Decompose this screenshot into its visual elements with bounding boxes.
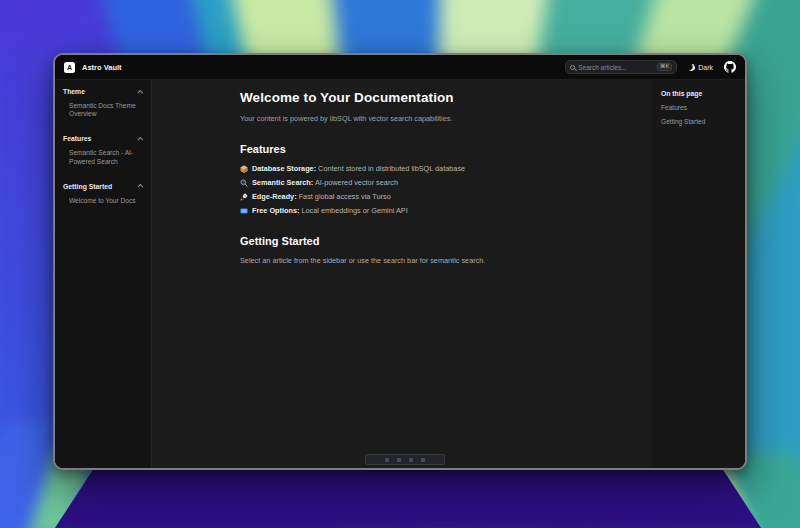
sidebar-section-label: Theme [63, 88, 85, 95]
moon-icon [687, 63, 696, 72]
features-list: Database Storage: Content stored in dist… [240, 164, 652, 215]
toc-title: On this page [661, 90, 741, 97]
sidebar-section-features: Features Semantic Search - AI-Powered Se… [63, 135, 143, 165]
package-icon [240, 165, 248, 173]
feature-item: Edge-Ready: Fast global access via Turso [240, 192, 652, 201]
bottom-overlay-toolbar[interactable] [365, 454, 445, 465]
on-this-page-panel: On this page Features Getting Started [652, 80, 747, 468]
sidebar-section-toggle-theme[interactable]: Theme [63, 88, 143, 95]
app-logo[interactable]: A [64, 62, 75, 73]
chevron-up-icon [137, 89, 143, 95]
feature-item: Semantic Search: AI-powered vector searc… [240, 178, 652, 187]
chevron-up-icon [137, 184, 143, 190]
article: Welcome to Your Documentation Your conte… [240, 90, 652, 265]
main-content: Welcome to Your Documentation Your conte… [152, 80, 652, 468]
getting-started-heading: Getting Started [240, 235, 652, 247]
toolbar-glyph-icon [385, 458, 389, 462]
theme-toggle-button[interactable]: Dark [684, 62, 717, 73]
search-icon [570, 65, 575, 70]
app-logo-letter: A [67, 64, 72, 71]
sidebar-section-label: Features [63, 135, 91, 142]
page-intro: Your content is powered by libSQL with v… [240, 114, 652, 123]
toc-link-getting-started[interactable]: Getting Started [661, 118, 741, 125]
sidebar-section-theme: Theme Semantic Docs Theme Overview [63, 88, 143, 118]
rocket-icon [240, 193, 248, 201]
app-title: Astro Vault [82, 63, 122, 72]
sidebar-item-welcome-to-your-docs[interactable]: Welcome to Your Docs [69, 197, 143, 205]
sidebar-section-toggle-features[interactable]: Features [63, 135, 143, 142]
sidebar-section-label: Getting Started [63, 183, 112, 190]
search-shortcut-badge: ⌘K [657, 63, 672, 72]
feature-text: Free Options: Local embeddings or Gemini… [252, 206, 408, 215]
toc-link-features[interactable]: Features [661, 104, 741, 111]
sidebar: Theme Semantic Docs Theme Overview Featu… [55, 80, 152, 468]
magnifier-icon [240, 179, 248, 187]
theme-toggle-label: Dark [698, 64, 713, 71]
app-header: A Astro Vault ⌘K Dark [55, 55, 745, 80]
free-badge-icon [240, 207, 248, 215]
chevron-up-icon [137, 137, 143, 143]
window-body: Theme Semantic Docs Theme Overview Featu… [55, 80, 745, 468]
feature-text: Edge-Ready: Fast global access via Turso [252, 192, 391, 201]
sidebar-section-getting-started: Getting Started Welcome to Your Docs [63, 183, 143, 205]
toolbar-glyph-icon [409, 458, 413, 462]
feature-text: Semantic Search: AI-powered vector searc… [252, 178, 398, 187]
features-heading: Features [240, 143, 652, 155]
page-title: Welcome to Your Documentation [240, 90, 652, 105]
feature-item: Database Storage: Content stored in dist… [240, 164, 652, 173]
github-icon [724, 61, 736, 73]
github-link[interactable] [724, 61, 736, 73]
sidebar-item-semantic-docs-theme-overview[interactable]: Semantic Docs Theme Overview [69, 102, 143, 118]
search-input[interactable] [578, 64, 654, 71]
feature-item: Free Options: Local embeddings or Gemini… [240, 206, 652, 215]
toolbar-glyph-icon [421, 458, 425, 462]
toolbar-glyph-icon [397, 458, 401, 462]
search-box[interactable]: ⌘K [565, 60, 677, 74]
getting-started-text: Select an article from the sidebar or us… [240, 256, 652, 265]
sidebar-item-semantic-search[interactable]: Semantic Search - AI-Powered Search [69, 149, 143, 165]
sidebar-section-toggle-getting-started[interactable]: Getting Started [63, 183, 143, 190]
app-window: A Astro Vault ⌘K Dark Theme Se [53, 53, 747, 470]
feature-text: Database Storage: Content stored in dist… [252, 164, 465, 173]
